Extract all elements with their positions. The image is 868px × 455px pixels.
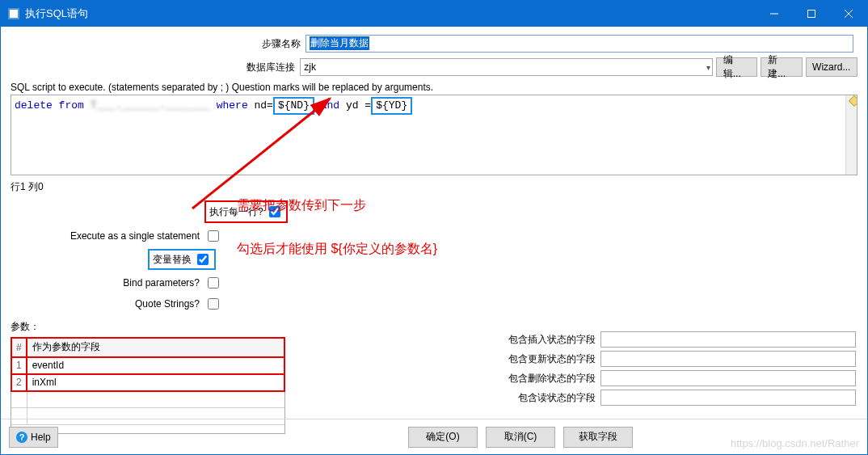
row-connection: 数据库连接 zjk ▾ 编辑... 新建... Wizard... xyxy=(11,57,857,77)
cursor-position: 行1 列0 xyxy=(11,180,857,194)
window-controls xyxy=(756,1,867,27)
table-row[interactable]: 1 eventId xyxy=(11,357,284,374)
status-fields-group: 包含插入状态的字段 包含更新状态的字段 包含删除状态的字段 包含读状态的字段 xyxy=(500,331,856,409)
sql-kw-where: where xyxy=(217,99,248,112)
label-connection: 数据库连接 xyxy=(11,61,300,74)
step-name-input[interactable]: 删除当月数据 xyxy=(305,35,853,53)
read-status-field[interactable] xyxy=(600,390,856,406)
sql-redacted: T___.______._______ xyxy=(91,99,210,112)
label-bind-params: Bind parameters? xyxy=(11,277,204,289)
footer: ? Help 确定(O) 取消(C) 获取字段 xyxy=(1,419,867,454)
label-insert-field: 包含插入状态的字段 xyxy=(500,333,600,347)
chevron-down-icon: ▾ xyxy=(706,63,710,72)
close-button[interactable] xyxy=(830,1,867,27)
get-fields-button[interactable]: 获取字段 xyxy=(563,427,633,448)
sql-kw-delete: delete from xyxy=(15,99,84,112)
svg-rect-3 xyxy=(808,11,815,18)
help-label: Help xyxy=(31,432,51,443)
sql-var-nd: ${ND} xyxy=(273,97,314,115)
wizard-button[interactable]: Wizard... xyxy=(806,57,857,77)
app-icon xyxy=(7,7,20,20)
connection-combo[interactable]: zjk ▾ xyxy=(300,58,712,76)
col-field: 作为参数的字段 xyxy=(27,338,284,357)
chk-var-sub[interactable] xyxy=(197,254,209,265)
sql-var-yd: ${YD} xyxy=(371,97,412,115)
sql-scrollbar-vertical[interactable] xyxy=(845,95,857,175)
ok-button[interactable]: 确定(O) xyxy=(408,427,478,448)
table-row[interactable]: 2 inXml xyxy=(11,374,284,391)
new-button[interactable]: 新建... xyxy=(761,57,802,77)
dialog-window: 执行SQL语句 步骤名称 删除当月数据 数据库连接 zjk ▾ xyxy=(0,0,868,455)
sql-hint: SQL script to execute. (statements separ… xyxy=(11,82,857,93)
label-quote-strings: Quote Strings? xyxy=(11,298,204,310)
minimize-button[interactable] xyxy=(756,1,793,27)
chk-single-statement[interactable] xyxy=(208,230,219,242)
label-var-sub: 变量替换 xyxy=(153,253,192,267)
label-update-field: 包含更新状态的字段 xyxy=(500,352,600,366)
sql-kw-and: and xyxy=(321,99,339,112)
connection-value: zjk xyxy=(304,61,316,73)
row-2-num: 2 xyxy=(11,374,27,391)
insert-status-field[interactable] xyxy=(600,331,856,348)
delete-status-field[interactable] xyxy=(600,370,856,386)
col-num: # xyxy=(11,338,27,357)
sql-nd-eq: nd= xyxy=(255,99,273,112)
row-1-field: eventId xyxy=(27,357,284,374)
step-name-value: 删除当月数据 xyxy=(310,36,369,50)
label-read-field: 包含读状态的字段 xyxy=(500,391,600,405)
window-title: 执行SQL语句 xyxy=(25,6,756,21)
row-1-num: 1 xyxy=(11,357,27,374)
row-2-field: inXml xyxy=(27,374,284,391)
sql-yd-eq: yd = xyxy=(346,99,371,112)
annotation-2: 勾选后才能使用 ${你定义的参数名} xyxy=(237,241,437,258)
help-icon: ? xyxy=(16,432,27,443)
chk-quote-strings[interactable] xyxy=(208,298,219,310)
label-step-name: 步骤名称 xyxy=(11,37,305,51)
edit-button[interactable]: 编辑... xyxy=(716,57,757,77)
svg-rect-1 xyxy=(10,10,18,18)
annotation-1: 需要把参数传到下一步 xyxy=(237,197,366,214)
cancel-button[interactable]: 取消(C) xyxy=(486,427,555,448)
label-delete-field: 包含删除状态的字段 xyxy=(500,372,600,385)
checkbox-group: 执行每一行? 需要把参数传到下一步 Execute as a single st… xyxy=(11,200,857,312)
chk-bind-params[interactable] xyxy=(208,277,219,289)
titlebar: 执行SQL语句 xyxy=(1,1,867,27)
row-step-name: 步骤名称 删除当月数据 xyxy=(11,35,857,53)
update-status-field[interactable] xyxy=(600,351,856,367)
help-button[interactable]: ? Help xyxy=(9,427,58,448)
var-sub-checkbox[interactable]: 变量替换 xyxy=(148,249,216,270)
sql-editor[interactable]: delete from T___.______._______ where nd… xyxy=(11,95,857,175)
maximize-button[interactable] xyxy=(793,1,830,27)
label-single-statement: Execute as a single statement xyxy=(11,230,204,242)
